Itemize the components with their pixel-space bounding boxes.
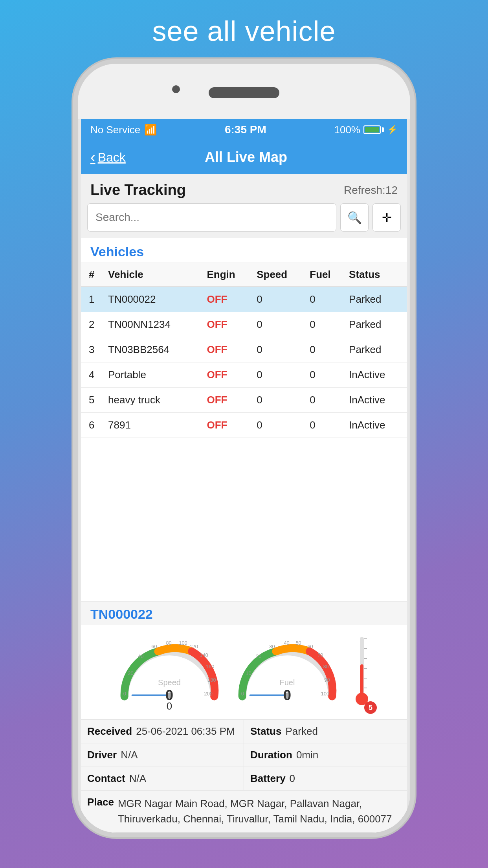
place-value: MGR Nagar Main Road, MGR Nagar, Pallavan…	[118, 796, 401, 827]
search-input[interactable]	[87, 203, 336, 232]
search-button[interactable]: 🔍	[340, 203, 369, 232]
svg-text:200: 200	[204, 691, 213, 697]
back-button[interactable]: ‹ Back	[90, 149, 126, 166]
svg-text:30: 30	[269, 644, 275, 649]
svg-text:50: 50	[295, 640, 301, 646]
cell-fuel: 0	[306, 413, 346, 438]
vehicles-header: Vehicles	[81, 238, 407, 263]
duration-cell: Duration 0min	[244, 743, 407, 767]
battery-value: 0	[290, 772, 295, 785]
svg-text:20: 20	[128, 670, 133, 676]
cell-status: InActive	[346, 362, 407, 388]
col-speed: Speed	[253, 263, 306, 287]
cell-status: Parked	[346, 312, 407, 337]
status-right: 100% ⚡	[334, 124, 398, 136]
cell-num: 4	[81, 362, 105, 388]
lightning-icon: ⚡	[387, 125, 398, 135]
tracking-header: Live Tracking Refresh:12	[81, 174, 407, 203]
table-row[interactable]: 1 TN000022 OFF 0 0 Parked	[81, 287, 407, 312]
page-title: see all vehicle	[152, 15, 336, 47]
cell-vehicle: TN000022	[105, 287, 204, 312]
cell-vehicle: Portable	[105, 362, 204, 388]
svg-text:60: 60	[307, 644, 313, 649]
content-area: Live Tracking Refresh:12 🔍 ✛ Vehicles	[81, 174, 407, 833]
driver-value: N/A	[121, 749, 138, 761]
col-fuel: Fuel	[306, 263, 346, 287]
svg-text:160: 160	[206, 664, 214, 669]
detail-vehicle-name: TN000022	[81, 602, 407, 625]
search-icon: 🔍	[347, 211, 362, 224]
svg-text:100: 100	[321, 691, 329, 697]
phone-speaker	[209, 87, 279, 98]
battery-pct: 100%	[334, 124, 360, 136]
svg-text:20: 20	[256, 653, 261, 659]
battery-label: Battery	[250, 772, 286, 785]
svg-text:80: 80	[166, 640, 171, 646]
svg-text:10: 10	[246, 670, 251, 676]
contact-label: Contact	[87, 772, 125, 785]
cell-vehicle: heavy truck	[105, 388, 204, 413]
cell-fuel: 0	[306, 388, 346, 413]
signal-text: No Service	[90, 124, 140, 136]
cell-num: 2	[81, 312, 105, 337]
duration-value: 0min	[296, 749, 318, 761]
table-row[interactable]: 4 Portable OFF 0 0 InActive	[81, 362, 407, 388]
vehicle-table: # Vehicle Engin Speed Fuel Status 1 TN00…	[81, 263, 407, 438]
svg-text:Fuel: Fuel	[280, 678, 295, 687]
svg-text:0: 0	[123, 691, 126, 697]
cell-engine: OFF	[204, 312, 253, 337]
cell-num: 6	[81, 413, 105, 438]
table-row[interactable]: 6 7891 OFF 0 0 InActive	[81, 413, 407, 438]
cell-engine: OFF	[204, 388, 253, 413]
svg-text:0: 0	[241, 691, 244, 697]
vehicles-label: Vehicles	[90, 244, 144, 259]
cell-status: InActive	[346, 388, 407, 413]
svg-text:60: 60	[151, 644, 157, 649]
speed-zero: 0	[167, 700, 172, 712]
locate-button[interactable]: ✛	[372, 203, 401, 232]
status-bar: No Service 📶 6:35 PM 100% ⚡	[81, 119, 407, 141]
svg-text:40: 40	[284, 640, 289, 646]
cell-status: InActive	[346, 413, 407, 438]
info-grid: Received 25-06-2021 06:35 PM Status Park…	[81, 719, 407, 833]
thermometer: 5	[346, 629, 378, 715]
wifi-icon: 📶	[144, 124, 157, 136]
thermo-svg	[352, 633, 372, 712]
volume-button	[73, 205, 75, 233]
cell-speed: 0	[253, 388, 306, 413]
cell-speed: 0	[253, 362, 306, 388]
svg-text:120: 120	[189, 644, 198, 649]
cell-fuel: 0	[306, 312, 346, 337]
table-row[interactable]: 3 TN03BB2564 OFF 0 0 Parked	[81, 337, 407, 362]
cell-engine: OFF	[204, 287, 253, 312]
cell-vehicle: TN00NN1234	[105, 312, 204, 337]
temp-badge: 5	[364, 701, 377, 714]
fuel-gauge: 0 10 20 30 40 50 60 70 80 90 100	[228, 629, 346, 715]
speed-gauge: 0 20 40 60 80 100 120 140 160 180 200	[110, 629, 228, 715]
nav-title: All Live Map	[126, 149, 366, 166]
status-time: 6:35 PM	[225, 123, 266, 136]
svg-text:100: 100	[179, 640, 187, 646]
cell-num: 5	[81, 388, 105, 413]
col-status: Status	[346, 263, 407, 287]
vehicles-section: Vehicles # Vehicle Engin Speed Fuel Stat…	[81, 238, 407, 601]
svg-text:180: 180	[207, 677, 216, 683]
driver-cell: Driver N/A	[81, 743, 244, 767]
back-label: Back	[98, 150, 126, 165]
back-chevron-icon: ‹	[90, 149, 95, 166]
table-row[interactable]: 5 heavy truck OFF 0 0 InActive	[81, 388, 407, 413]
duration-label: Duration	[250, 749, 292, 761]
received-value: 25-06-2021 06:35 PM	[136, 725, 235, 737]
place-cell: Place MGR Nagar Main Road, MGR Nagar, Pa…	[81, 791, 407, 833]
received-label: Received	[87, 725, 132, 737]
cell-fuel: 0	[306, 337, 346, 362]
status-label: Status	[250, 725, 281, 737]
vehicle-detail-panel: TN000022	[81, 601, 407, 833]
contact-value: N/A	[129, 772, 146, 785]
tracking-title: Live Tracking	[90, 182, 186, 199]
svg-text:40: 40	[138, 653, 143, 659]
fuel-value: 0	[283, 687, 291, 704]
power-button	[413, 237, 415, 284]
cell-status: Parked	[346, 287, 407, 312]
table-row[interactable]: 2 TN00NN1234 OFF 0 0 Parked	[81, 312, 407, 337]
